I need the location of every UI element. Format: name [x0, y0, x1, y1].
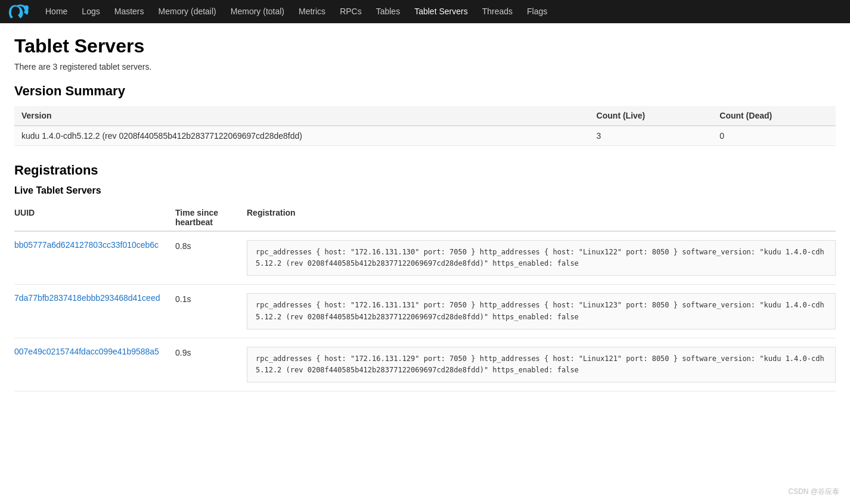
server-heartbeat-time: 0.9s [175, 347, 247, 357]
nav-link-metrics[interactable]: Metrics [291, 0, 333, 23]
page-title: Tablet Servers [14, 35, 836, 57]
nav-link-tablet-servers[interactable]: Tablet Servers [407, 0, 474, 23]
count-dead-cell: 0 [712, 126, 836, 146]
server-row: bb05777a6d624127803cc33f010ceb6c 0.8s rp… [14, 232, 836, 285]
server-registration: rpc_addresses { host: "172.16.131.130" p… [247, 240, 836, 276]
uuid-col-header: UUID [14, 208, 175, 227]
version-summary-section: Version Summary Version Count (Live) Cou… [14, 83, 836, 146]
nav-link-home[interactable]: Home [38, 0, 75, 23]
server-row: 7da77bfb2837418ebbb293468d41ceed 0.1s rp… [14, 285, 836, 338]
server-uuid-link[interactable]: 007e49c0215744fdacc099e41b9588a5 [14, 347, 159, 356]
navbar: HomeLogsMastersMemory (detail)Memory (to… [0, 0, 850, 23]
server-heartbeat-time: 0.8s [175, 240, 247, 251]
page-subtitle: There are 3 registered tablet servers. [14, 62, 836, 71]
reg-col-header: Registration [247, 208, 836, 227]
server-registration: rpc_addresses { host: "172.16.131.129" p… [247, 347, 836, 382]
time-col-header: Time sinceheartbeat [175, 208, 247, 227]
nav-link-flags[interactable]: Flags [520, 0, 554, 23]
server-row: 007e49c0215744fdacc099e41b9588a5 0.9s rp… [14, 338, 836, 391]
servers-table-header: UUID Time sinceheartbeat Registration [14, 204, 836, 232]
server-uuid: bb05777a6d624127803cc33f010ceb6c [14, 240, 175, 250]
server-uuid: 007e49c0215744fdacc099e41b9588a5 [14, 347, 175, 356]
version-cell: kudu 1.4.0-cdh5.12.2 (rev 0208f440585b41… [14, 126, 590, 146]
version-table: Version Count (Live) Count (Dead) kudu 1… [14, 106, 836, 146]
server-heartbeat-time: 0.1s [175, 293, 247, 304]
nav-links: HomeLogsMastersMemory (detail)Memory (to… [38, 0, 554, 23]
nav-link-logs[interactable]: Logs [75, 0, 107, 23]
registrations-title: Registrations [14, 163, 836, 178]
count-live-cell: 3 [590, 126, 713, 146]
servers-list: bb05777a6d624127803cc33f010ceb6c 0.8s rp… [14, 232, 836, 391]
count-dead-col-header: Count (Dead) [712, 106, 836, 126]
nav-link-masters[interactable]: Masters [107, 0, 151, 23]
server-uuid-link[interactable]: 7da77bfb2837418ebbb293468d41ceed [14, 293, 160, 303]
version-summary-title: Version Summary [14, 83, 836, 99]
main-content: Tablet Servers There are 3 registered ta… [0, 23, 850, 403]
nav-link-threads[interactable]: Threads [475, 0, 520, 23]
live-servers-title: Live Tablet Servers [14, 185, 836, 196]
app-logo [5, 2, 32, 22]
servers-table: UUID Time sinceheartbeat Registration bb… [14, 204, 836, 391]
server-uuid-link[interactable]: bb05777a6d624127803cc33f010ceb6c [14, 240, 159, 250]
nav-link-rpcs[interactable]: RPCs [333, 0, 369, 23]
count-live-col-header: Count (Live) [590, 106, 713, 126]
registrations-section: Registrations Live Tablet Servers UUID T… [14, 163, 836, 391]
table-row: kudu 1.4.0-cdh5.12.2 (rev 0208f440585b41… [14, 126, 836, 146]
svg-point-0 [24, 5, 29, 10]
nav-link-memory--total-[interactable]: Memory (total) [224, 0, 291, 23]
version-col-header: Version [14, 106, 590, 126]
server-registration: rpc_addresses { host: "172.16.131.131" p… [247, 293, 836, 329]
nav-link-memory--detail-[interactable]: Memory (detail) [151, 0, 224, 23]
nav-link-tables[interactable]: Tables [369, 0, 407, 23]
server-uuid: 7da77bfb2837418ebbb293468d41ceed [14, 293, 175, 303]
